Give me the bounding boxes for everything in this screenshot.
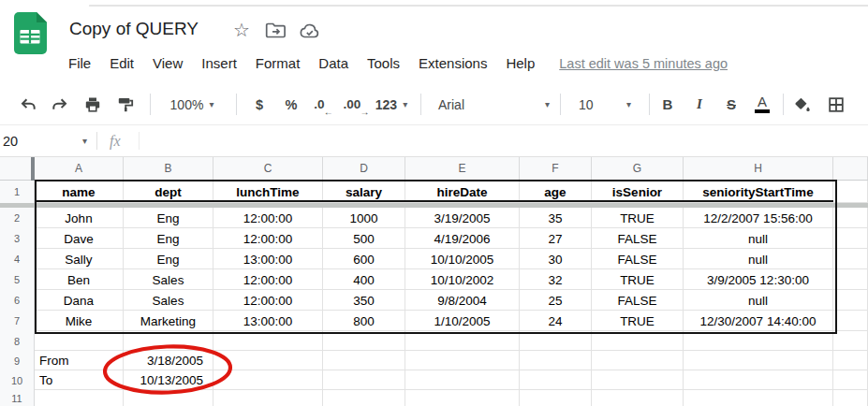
star-icon[interactable]: ☆ <box>233 19 250 41</box>
cell[interactable]: dept <box>124 181 213 203</box>
italic-button[interactable]: I <box>686 84 713 124</box>
cell[interactable] <box>405 390 520 406</box>
cell[interactable] <box>520 390 592 406</box>
cell[interactable] <box>833 269 868 290</box>
cell[interactable] <box>520 370 592 390</box>
decrease-decimal-button[interactable]: .0← <box>306 84 332 124</box>
cell[interactable]: 12/2/2007 15:56:00 <box>684 208 833 228</box>
chevron-down-icon[interactable]: ▾ <box>82 125 87 156</box>
cell[interactable]: To <box>35 370 124 390</box>
column-header-E[interactable]: E <box>405 157 520 180</box>
cell[interactable]: 10/10/2005 <box>405 249 520 269</box>
cell[interactable]: Mike <box>35 311 124 331</box>
cell[interactable]: hireDate <box>405 181 520 203</box>
cell[interactable]: 10/13/2005 <box>124 370 213 390</box>
menu-help[interactable]: Help <box>496 52 544 74</box>
menu-edit[interactable]: Edit <box>100 52 143 74</box>
cell[interactable] <box>833 331 868 351</box>
print-icon[interactable] <box>80 84 106 124</box>
cell[interactable]: 10/10/2002 <box>405 269 520 290</box>
cell[interactable]: 24 <box>520 311 592 331</box>
cell[interactable] <box>405 351 520 370</box>
row-header-1[interactable]: 1 <box>0 181 35 203</box>
menu-data[interactable]: Data <box>309 52 358 74</box>
cell[interactable] <box>684 390 833 406</box>
cell[interactable]: 12:00:00 <box>213 269 323 290</box>
row-header-5[interactable]: 5 <box>0 269 35 290</box>
row-header-6[interactable]: 6 <box>0 290 35 311</box>
cell[interactable]: 1000 <box>323 208 405 228</box>
cell[interactable]: isSenior <box>592 181 684 203</box>
more-formats-button[interactable]: 123▾ <box>370 84 413 124</box>
cell[interactable]: 32 <box>520 269 592 290</box>
menu-insert[interactable]: Insert <box>192 52 246 74</box>
menu-view[interactable]: View <box>143 52 192 74</box>
row-header-11[interactable]: 11 <box>0 390 35 406</box>
increase-decimal-button[interactable]: .00→ <box>337 84 367 124</box>
cell[interactable] <box>833 290 868 311</box>
last-edit-link[interactable]: Last edit was 5 minutes ago <box>559 56 728 71</box>
cell[interactable] <box>833 228 868 249</box>
cell[interactable] <box>592 351 684 370</box>
cell[interactable] <box>684 351 833 370</box>
cell[interactable]: 3/19/2005 <box>405 208 520 228</box>
cell[interactable]: 25 <box>520 290 592 311</box>
row-header-7[interactable]: 7 <box>0 311 35 331</box>
cell[interactable] <box>323 351 405 370</box>
menu-format[interactable]: Format <box>246 52 310 74</box>
freeze-column-handle[interactable] <box>31 157 35 181</box>
column-header-B[interactable]: B <box>124 157 213 180</box>
cell[interactable] <box>684 331 833 351</box>
cell[interactable] <box>213 390 323 406</box>
cell[interactable]: null <box>684 228 833 249</box>
cell[interactable]: FALSE <box>592 228 684 249</box>
cell[interactable] <box>592 390 684 406</box>
cell[interactable] <box>833 390 868 406</box>
cell[interactable] <box>684 370 833 390</box>
cell[interactable]: FALSE <box>592 290 684 311</box>
cell[interactable]: 13:00:00 <box>213 249 323 269</box>
menu-extensions[interactable]: Extensions <box>409 52 496 74</box>
column-header-partial[interactable] <box>833 157 868 180</box>
cell[interactable] <box>213 370 323 390</box>
redo-icon[interactable] <box>47 84 73 124</box>
cell[interactable] <box>323 370 405 390</box>
cell[interactable]: Marketing <box>124 311 213 331</box>
row-header-3[interactable]: 3 <box>0 228 35 249</box>
cell[interactable] <box>833 351 868 370</box>
cell[interactable] <box>833 181 868 203</box>
cell[interactable]: 27 <box>520 228 592 249</box>
cell[interactable]: John <box>35 208 124 228</box>
cell[interactable]: 350 <box>323 290 405 311</box>
row-header-4[interactable]: 4 <box>0 249 35 269</box>
cell[interactable] <box>833 311 868 331</box>
cell[interactable]: 1/10/2005 <box>405 311 520 331</box>
fill-color-icon[interactable] <box>788 84 817 124</box>
font-size-select[interactable]: 10▾ <box>567 84 642 124</box>
cell[interactable]: TRUE <box>592 311 684 331</box>
column-header-D[interactable]: D <box>323 157 405 180</box>
cell[interactable]: Sales <box>124 269 213 290</box>
column-header-A[interactable]: A <box>35 157 124 180</box>
cell[interactable]: 4/19/2006 <box>405 228 520 249</box>
cell[interactable]: TRUE <box>592 269 684 290</box>
cell[interactable] <box>35 390 124 406</box>
cell[interactable]: 600 <box>323 249 405 269</box>
cell[interactable] <box>213 331 323 351</box>
cell[interactable] <box>323 331 405 351</box>
cell[interactable] <box>520 331 592 351</box>
cell[interactable] <box>833 208 868 228</box>
cell[interactable]: Eng <box>124 249 213 269</box>
cell[interactable]: 9/8/2004 <box>405 290 520 311</box>
cell[interactable]: Dana <box>35 290 124 311</box>
zoom-select[interactable]: 100%▾ <box>161 84 223 124</box>
row-header-9[interactable]: 9 <box>0 351 35 370</box>
column-header-G[interactable]: G <box>592 157 684 180</box>
cell[interactable]: From <box>35 351 124 370</box>
borders-icon[interactable] <box>822 84 850 124</box>
cell[interactable] <box>405 331 520 351</box>
cell[interactable]: 30 <box>520 249 592 269</box>
cell[interactable] <box>124 331 213 351</box>
font-family-select[interactable]: Arial▾ <box>431 84 557 124</box>
cell[interactable]: 35 <box>520 208 592 228</box>
